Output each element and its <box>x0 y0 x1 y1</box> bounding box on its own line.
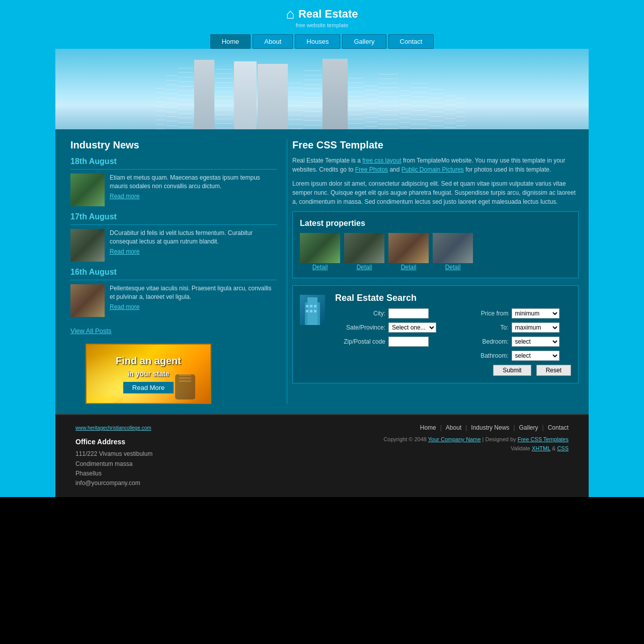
property-photos: Detail Detail Detail Detail <box>300 233 571 271</box>
read-more-2[interactable]: Read more <box>110 248 277 255</box>
property-photo-4 <box>433 233 473 263</box>
search-building-icon <box>300 295 325 325</box>
public-domain-link[interactable]: Public Domain Pictures <box>401 166 464 173</box>
css-templates-link[interactable]: Free CSS Templates <box>518 436 569 442</box>
address-line-3: Phasellus <box>75 469 152 478</box>
logo-subtitle: free website template <box>286 22 358 28</box>
property-photo-1 <box>300 233 340 263</box>
address-line-4: info@yourcompany.com <box>75 478 152 488</box>
nav-home[interactable]: Home <box>210 34 251 49</box>
css-validate-link[interactable]: CSS <box>557 445 569 451</box>
footer-nav-gallery[interactable]: Gallery <box>519 424 538 431</box>
search-box: Real Estate Search City: Sate/Province: <box>292 285 579 383</box>
main-para-1: Real Estate Template is a free css layou… <box>292 156 579 174</box>
footer-right: Home | About | Industry News | Gallery |… <box>383 424 569 488</box>
price-from-row: Price from minimum 100,000 200,000 300,0… <box>458 308 572 318</box>
news-image-2 <box>70 229 105 262</box>
copyright-text: Copyright © 2048 Your Company Name | Des… <box>383 435 569 453</box>
agent-subtitle: in your state <box>127 370 169 378</box>
property-detail-2[interactable]: Detail <box>357 264 372 271</box>
bedroom-row: Bedroom: select 1 2 3 4 <box>458 337 572 347</box>
agent-read-more[interactable]: Read More <box>123 382 174 393</box>
bathroom-select[interactable]: select 1 2 3 <box>512 351 559 361</box>
industry-news-title: Industry News <box>70 139 277 151</box>
zip-field-row: Zip/Postal code <box>335 337 448 347</box>
address-line-2: Condimentum massa <box>75 459 152 469</box>
bedroom-select[interactable]: select 1 2 3 4 <box>512 337 559 347</box>
agent-banner: Find an agent in your state Read More <box>86 344 211 404</box>
news-item-3: Pellentesque vitae iaculis nisi. Praesen… <box>70 284 277 317</box>
price-to-label: To: <box>458 324 509 331</box>
news-date-3: 16th August <box>70 268 277 277</box>
news-image-3 <box>70 284 105 317</box>
price-from-label: Price from <box>458 310 509 317</box>
svg-rect-4 <box>314 305 316 307</box>
content-area: Industry News 18th August Etiam et metus… <box>55 129 589 414</box>
price-to-select[interactable]: maximum 200,000 300,000 500,000 <box>512 323 559 333</box>
right-column: Free CSS Template Real Estate Template i… <box>287 129 589 414</box>
latest-properties-title: Latest properties <box>300 219 571 228</box>
bathroom-label: Bathroom: <box>458 352 509 359</box>
footer-nav: Home | About | Industry News | Gallery |… <box>383 424 569 431</box>
main-para-2: Lorem ipsum dolor sit amet, consectetur … <box>292 179 579 206</box>
free-photos-link[interactable]: Free Photos <box>355 166 388 173</box>
property-detail-4[interactable]: Detail <box>445 264 461 271</box>
price-from-select[interactable]: minimum 100,000 200,000 300,000 <box>512 308 559 318</box>
news-date-1: 18th August <box>70 157 277 166</box>
city-input[interactable] <box>388 308 429 318</box>
property-detail-1[interactable]: Detail <box>312 264 328 271</box>
search-title: Real Estate Search <box>335 293 571 303</box>
nav-houses[interactable]: Houses <box>295 34 340 49</box>
footer-nav-about[interactable]: About <box>446 424 461 431</box>
zip-input[interactable] <box>388 337 429 347</box>
news-item-1: Etiam et metus quam. Maecenas egestas ip… <box>70 174 277 206</box>
news-text-3: Pellentesque vitae iaculis nisi. Praesen… <box>110 285 272 300</box>
nav-gallery[interactable]: Gallery <box>342 34 386 49</box>
main-nav: Home About Houses Gallery Contact <box>55 30 589 49</box>
search-fields: City: Sate/Province: Select one... Alaba… <box>335 308 571 376</box>
read-more-3[interactable]: Read more <box>110 303 277 310</box>
zip-label: Zip/Postal code <box>335 338 385 345</box>
state-select[interactable]: Select one... Alabama Alaska California … <box>388 323 436 333</box>
footer: www.heritagechristiancollege.com Office … <box>55 414 589 497</box>
view-all-posts[interactable]: View All Posts <box>70 327 111 335</box>
logo-title: Real Estate <box>298 8 358 20</box>
right-fields: Price from minimum 100,000 200,000 300,0… <box>458 308 572 376</box>
city-field-row: City: <box>335 308 448 318</box>
footer-nav-industry[interactable]: Industry News <box>471 424 509 431</box>
free-css-link[interactable]: free css layout <box>362 157 401 164</box>
main-section-title: Free CSS Template <box>292 139 579 151</box>
nav-contact[interactable]: Contact <box>388 34 434 49</box>
svg-rect-6 <box>310 310 312 312</box>
property-photo-3 <box>388 233 429 263</box>
news-date-2: 17th August <box>70 212 277 221</box>
property-detail-3[interactable]: Detail <box>401 264 417 271</box>
footer-left: www.heritagechristiancollege.com Office … <box>75 424 152 488</box>
address-line-1: 111/222 Vivamus vestibulum <box>75 449 152 459</box>
office-title: Office Address <box>75 436 152 447</box>
company-name-link[interactable]: Your Company Name <box>428 436 481 442</box>
property-photo-2 <box>344 233 384 263</box>
latest-properties-box: Latest properties Detail Detail Detai <box>292 211 579 278</box>
search-form: Real Estate Search City: Sate/Province: <box>335 293 571 376</box>
price-to-row: To: maximum 200,000 300,000 500,000 <box>458 323 572 333</box>
state-label: Sate/Province: <box>335 324 385 331</box>
news-text-1: Etiam et metus quam. Maecenas egestas ip… <box>110 174 260 190</box>
city-label: City: <box>335 310 385 317</box>
footer-nav-contact[interactable]: Contact <box>548 424 569 431</box>
news-item-2: DCurabitur id felis id velit luctus ferm… <box>70 229 277 262</box>
svg-rect-2 <box>306 305 308 307</box>
news-divider-1 <box>70 169 277 170</box>
news-divider-2 <box>70 224 277 225</box>
nav-about[interactable]: About <box>253 34 293 49</box>
submit-button[interactable]: Submit <box>493 365 531 376</box>
footer-website[interactable]: www.heritagechristiancollege.com <box>75 424 152 432</box>
footer-nav-home[interactable]: Home <box>420 424 436 431</box>
reset-button[interactable]: Reset <box>536 365 571 376</box>
xhtml-validate-link[interactable]: XHTML <box>532 445 550 451</box>
city-illustration <box>156 59 488 129</box>
read-more-1[interactable]: Read more <box>110 193 277 200</box>
news-divider-3 <box>70 280 277 280</box>
logo-house-icon: ⌂ <box>286 6 294 22</box>
bedroom-label: Bedroom: <box>458 338 509 345</box>
